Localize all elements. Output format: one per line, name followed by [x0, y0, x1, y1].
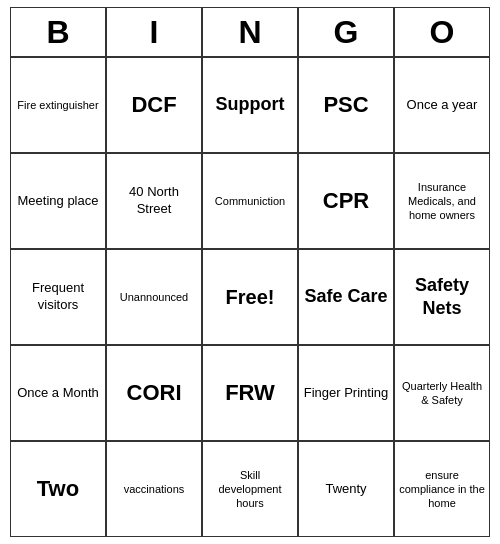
bingo-cell-2-2: Free!: [202, 249, 298, 345]
bingo-cell-1-1: 40 North Street: [106, 153, 202, 249]
bingo-cell-3-0: Once a Month: [10, 345, 106, 441]
bingo-cell-1-2: Communiction: [202, 153, 298, 249]
bingo-cell-0-3: PSC: [298, 57, 394, 153]
bingo-cell-4-2: Skill development hours: [202, 441, 298, 537]
bingo-row-1: Meeting place40 North StreetCommuniction…: [10, 153, 490, 249]
header-letter-O: O: [394, 7, 490, 57]
bingo-card: BINGO Fire extinguisherDCFSupportPSCOnce…: [10, 7, 490, 537]
bingo-cell-4-3: Twenty: [298, 441, 394, 537]
bingo-cell-4-0: Two: [10, 441, 106, 537]
bingo-cell-2-4: Safety Nets: [394, 249, 490, 345]
bingo-cell-2-0: Frequent visitors: [10, 249, 106, 345]
bingo-cell-1-3: CPR: [298, 153, 394, 249]
bingo-cell-3-4: Quarterly Health & Safety: [394, 345, 490, 441]
bingo-cell-4-4: ensure compliance in the home: [394, 441, 490, 537]
bingo-cell-3-1: CORI: [106, 345, 202, 441]
bingo-cell-0-1: DCF: [106, 57, 202, 153]
bingo-cell-0-4: Once a year: [394, 57, 490, 153]
bingo-header: BINGO: [10, 7, 490, 57]
bingo-row-2: Frequent visitorsUnannouncedFree!Safe Ca…: [10, 249, 490, 345]
bingo-cell-0-0: Fire extinguisher: [10, 57, 106, 153]
bingo-cell-1-0: Meeting place: [10, 153, 106, 249]
bingo-cell-3-2: FRW: [202, 345, 298, 441]
header-letter-N: N: [202, 7, 298, 57]
bingo-row-3: Once a MonthCORIFRWFinger PrintingQuarte…: [10, 345, 490, 441]
bingo-cell-4-1: vaccinations: [106, 441, 202, 537]
bingo-cell-3-3: Finger Printing: [298, 345, 394, 441]
bingo-cell-2-3: Safe Care: [298, 249, 394, 345]
bingo-cell-1-4: Insurance Medicals, and home owners: [394, 153, 490, 249]
bingo-cell-0-2: Support: [202, 57, 298, 153]
header-letter-G: G: [298, 7, 394, 57]
bingo-cell-2-1: Unannounced: [106, 249, 202, 345]
bingo-row-4: TwovaccinationsSkill development hoursTw…: [10, 441, 490, 537]
bingo-row-0: Fire extinguisherDCFSupportPSCOnce a yea…: [10, 57, 490, 153]
bingo-grid: Fire extinguisherDCFSupportPSCOnce a yea…: [10, 57, 490, 537]
header-letter-B: B: [10, 7, 106, 57]
header-letter-I: I: [106, 7, 202, 57]
